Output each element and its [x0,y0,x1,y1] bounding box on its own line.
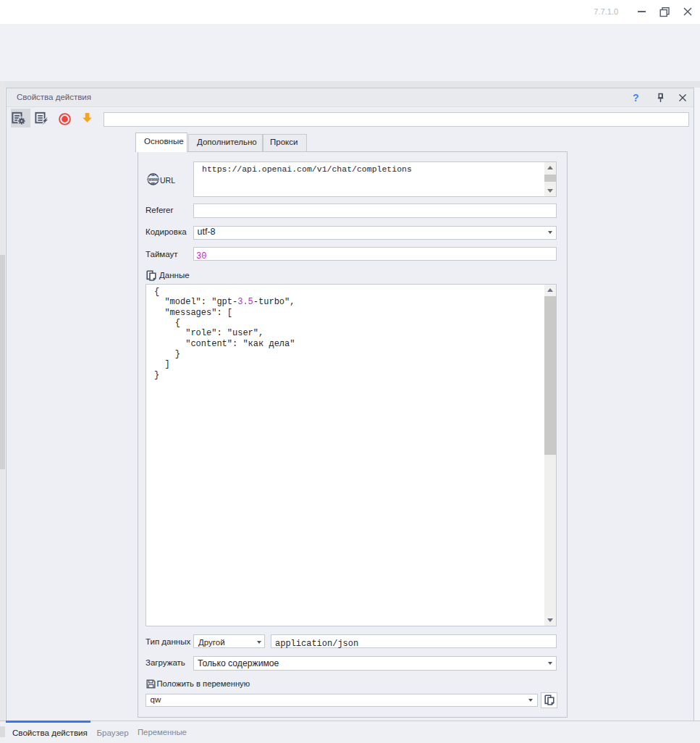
svg-text:www: www [148,177,159,182]
